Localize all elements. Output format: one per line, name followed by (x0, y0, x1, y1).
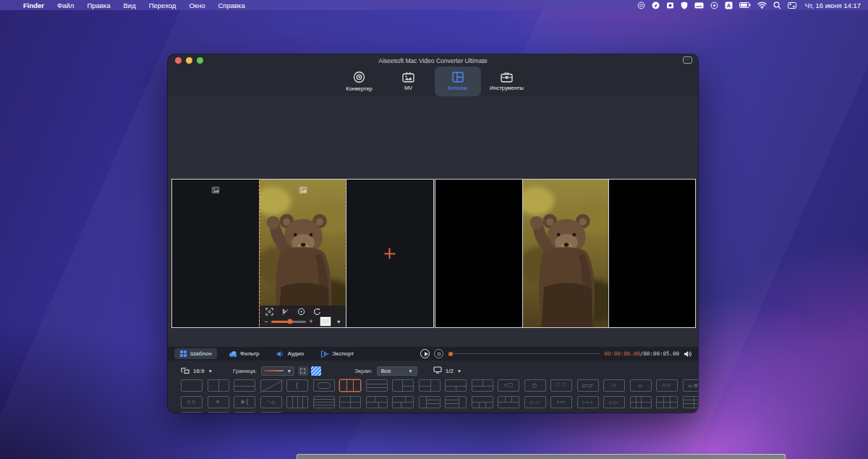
frame-style-preview[interactable] (320, 317, 331, 326)
page-value[interactable]: 1/2 (446, 368, 454, 374)
trim-icon[interactable] (281, 306, 289, 319)
template-top-cols-bottom-full[interactable] (498, 396, 519, 408)
tab-mv[interactable]: MV (386, 67, 432, 96)
menu-item-окно[interactable]: Окно (182, 0, 211, 10)
user-switch-icon[interactable] (637, 0, 645, 10)
wifi-icon[interactable] (757, 0, 767, 10)
menu-item-finder[interactable]: Finder (17, 0, 51, 10)
chevron-down-icon[interactable]: ▼ (208, 369, 213, 374)
menu-item-переход[interactable]: Переход (142, 0, 183, 10)
template-top-split-bottom-full[interactable] (472, 379, 493, 392)
bottom-tab-шаблон[interactable]: Шаблон (174, 348, 217, 359)
volume-icon[interactable] (684, 348, 692, 361)
template-cols-3[interactable] (339, 379, 361, 392)
tab-конвертер[interactable]: Конвертер (336, 67, 383, 96)
screen-select[interactable]: Все▼ (377, 366, 417, 376)
template-circle-square[interactable]: ○□ (498, 379, 519, 392)
play-button[interactable] (420, 349, 430, 358)
window-titlebar[interactable]: Aiseesoft Mac Video Converter Ultimate ⋯ (168, 54, 698, 67)
template-left-rows-right-col[interactable] (445, 396, 467, 408)
template-asterisk-arc[interactable]: ∗( (234, 396, 255, 408)
menu-item-файл[interactable]: Файл (51, 0, 80, 10)
template-trapezoids[interactable]: ▱▱ (577, 379, 599, 392)
slider-handle[interactable] (288, 319, 293, 324)
zoom-out-minus[interactable]: − (264, 318, 268, 325)
template-single[interactable] (181, 379, 203, 392)
template-grid-brick-a[interactable] (366, 396, 388, 408)
background-window-edge[interactable] (297, 454, 786, 459)
tab-коллаж[interactable]: Коллаж (435, 67, 481, 96)
crop-icon[interactable] (265, 306, 273, 319)
rotate-icon[interactable] (313, 306, 321, 319)
cell-zoom-slider[interactable] (271, 321, 307, 323)
border-color-button[interactable] (311, 366, 321, 376)
collage-cell-1[interactable] (172, 180, 259, 327)
bottom-tab-экспорт[interactable]: Экспорт (315, 348, 359, 359)
template-cols-2[interactable] (208, 379, 229, 392)
template-cols-4[interactable] (286, 396, 308, 408)
template-star[interactable]: ☆ (603, 379, 625, 392)
template-arc-diamond[interactable]: ◠◇ (260, 396, 282, 408)
template-grid-3x2[interactable] (208, 412, 229, 413)
bottom-tab-аудио[interactable]: Аудио (271, 348, 310, 359)
template-rows-4[interactable] (313, 396, 335, 408)
template-circles-2[interactable]: ○○ (656, 379, 678, 392)
control-center-icon[interactable] (788, 0, 796, 10)
chevron-down-icon[interactable]: ▼ (336, 319, 341, 324)
seek-handle[interactable] (448, 352, 453, 356)
chevron-down-icon[interactable]: ▼ (457, 369, 461, 374)
battery-icon[interactable] (739, 0, 751, 10)
menu-item-вид[interactable]: Вид (116, 0, 142, 10)
template-hearts[interactable]: ♡♡ (550, 379, 572, 392)
feedback-icon[interactable]: ⋯ (683, 56, 692, 64)
collage-cell-3[interactable] (346, 180, 433, 327)
template-curve[interactable]: ( (286, 379, 308, 392)
add-media-plus-icon[interactable] (384, 248, 395, 259)
duration-icon[interactable] (297, 306, 305, 319)
apple-menu-icon[interactable] (0, 0, 17, 10)
template-grid-3x3[interactable] (234, 412, 255, 413)
template-triangles-2[interactable]: ▷▷ (603, 396, 625, 408)
template-small-diamond[interactable]: ◇ (630, 379, 652, 392)
template-grid-2x3[interactable] (656, 396, 678, 408)
timemachine-icon[interactable] (666, 0, 674, 10)
template-grid-3x3-b[interactable] (260, 412, 282, 413)
template-grid-brick-b[interactable] (392, 396, 414, 408)
template-diagonal[interactable] (260, 379, 282, 392)
template-circles-scatter[interactable]: ∘○ (181, 412, 203, 413)
location-icon[interactable] (652, 0, 660, 10)
search-icon[interactable] (773, 0, 781, 10)
template-left-col-right-rows[interactable] (419, 396, 441, 408)
record-icon[interactable] (710, 0, 718, 10)
menu-clock[interactable]: Чт, 16 июня 14:17 (803, 1, 861, 9)
template-pip-rounded[interactable] (313, 379, 335, 392)
template-left-split-right-col[interactable] (419, 379, 441, 392)
bottom-tab-фильтр[interactable]: Фильтр (224, 348, 265, 359)
template-top-full-bottom-split[interactable] (445, 379, 467, 392)
tab-инструменты[interactable]: Инструменты (484, 67, 530, 96)
aspect-ratio-value[interactable]: 16:9 (193, 368, 205, 374)
template-grid-2x2[interactable] (339, 396, 361, 408)
template-diamond[interactable]: ◇ (524, 379, 546, 392)
template-rows-2[interactable] (234, 379, 255, 392)
zoom-in-plus[interactable]: + (309, 318, 312, 325)
template-circles-3[interactable]: ○◦○ (524, 396, 546, 408)
template-grid-2x3-b[interactable] (683, 396, 699, 408)
template-left-col-right-split[interactable] (392, 379, 414, 392)
close-button[interactable] (175, 57, 182, 64)
template-squares-3[interactable]: ▫▫▫ (550, 396, 572, 408)
template-star-x[interactable]: × (208, 396, 229, 408)
seek-bar[interactable] (448, 353, 600, 355)
border-dashed-button[interactable] (298, 366, 308, 376)
minimize-button[interactable] (186, 57, 192, 64)
template-circles-pair[interactable]: ○○ (181, 396, 203, 408)
template-grid-2x2-tall[interactable] (630, 396, 652, 408)
collage-cell-2-selected[interactable]: − + ▼ (259, 180, 345, 327)
menu-item-правка[interactable]: Правка (80, 0, 116, 10)
input-source-icon[interactable]: A (725, 0, 733, 10)
border-style-select[interactable]: ▼ (261, 366, 294, 376)
keyboard-icon[interactable] (694, 0, 704, 10)
template-circle-small-dots[interactable]: ○∘∘ (577, 396, 599, 408)
menu-item-справка[interactable]: Справка (211, 0, 251, 10)
template-rows-3[interactable] (366, 379, 388, 392)
